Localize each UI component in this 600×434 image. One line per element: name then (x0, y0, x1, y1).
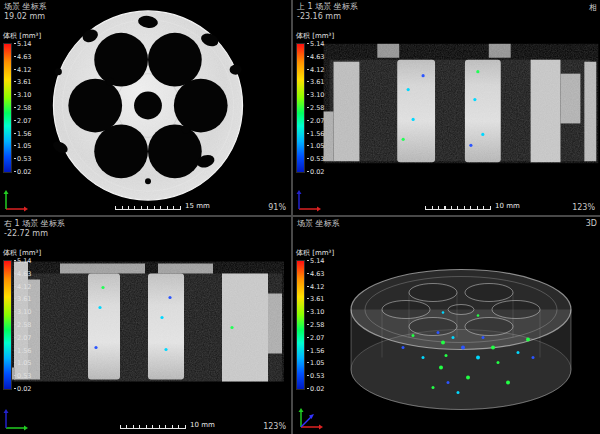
ruler-ticks (120, 424, 186, 429)
ct-inspection-app: 场景 坐标系 19.02 mm 体积 [mm³] 5.144.634.123.6… (0, 0, 600, 434)
colorbar-gradient[interactable] (3, 43, 12, 173)
colorbar-ticks: 5.144.634.123.613.102.582.071.561.050.53… (14, 258, 31, 392)
view-label: 上 1 场景 坐标系 (297, 2, 358, 12)
colorbar-tick-label: 5.14 (14, 41, 31, 47)
colorbar-tick-label: 5.14 (14, 258, 31, 264)
colorbar-gradient[interactable] (296, 260, 305, 390)
colorbar-tick-label: 3.61 (307, 296, 324, 302)
colorbar-tick-label: 1.05 (14, 143, 31, 149)
scale-ruler: 10 mm (120, 421, 215, 429)
volume-colorbar: 体积 [mm³] 5.144.634.123.613.102.582.071.5… (3, 31, 41, 175)
ruler-ticks (115, 205, 181, 210)
colorbar-tick-label: 4.12 (307, 67, 324, 73)
scale-ruler: 10 mm (425, 202, 520, 210)
axis-triad-icon (2, 408, 28, 432)
colorbar-tick-label: 1.56 (307, 131, 324, 137)
ruler-label: 10 mm (495, 202, 520, 210)
colorbar-tick-label: 3.10 (307, 309, 324, 315)
viewport-header: 上 1 场景 坐标系 -23.16 mm (297, 2, 358, 22)
colorbar-tick-label: 2.07 (307, 118, 324, 124)
colorbar-gradient[interactable] (296, 43, 305, 173)
volume-colorbar: 体积 [mm³] 5.144.634.123.613.102.582.071.5… (3, 248, 41, 392)
colorbar-tick-label: 1.56 (14, 131, 31, 137)
viewport-top-right: 上 1 场景 坐标系 -23.16 mm 相 体积 [mm³] 5.144.63… (293, 0, 600, 215)
colorbar-tick-label: 5.14 (307, 258, 324, 264)
colorbar-tick-label: 3.10 (14, 309, 31, 315)
zoom-level: 123% (572, 203, 595, 212)
viewport-header: 右 1 场景 坐标系 -22.72 mm (4, 219, 65, 239)
colorbar-tick-label: 4.63 (14, 271, 31, 277)
colorbar-tick-label: 4.12 (307, 284, 324, 290)
colorbar-tick-label: 0.02 (14, 169, 31, 175)
viewport-header: 场景 坐标系 (297, 219, 340, 229)
colorbar-tick-label: 2.58 (307, 322, 324, 328)
volume-colorbar: 体积 [mm³] 5.144.634.123.613.102.582.071.5… (296, 31, 334, 175)
axial-slice-image[interactable] (0, 0, 291, 215)
zoom-level: 91% (268, 203, 286, 212)
colorbar-tick-label: 3.10 (307, 92, 324, 98)
colorbar-ticks: 5.144.634.123.613.102.582.071.561.050.53… (307, 41, 324, 175)
colorbar-tick-label: 0.02 (14, 386, 31, 392)
slice-position: 19.02 mm (4, 12, 47, 22)
colorbar-tick-label: 3.10 (14, 92, 31, 98)
volume-colorbar: 体积 [mm³] 5.144.634.123.613.102.582.071.5… (296, 248, 334, 392)
colorbar-tick-label: 0.53 (307, 373, 324, 379)
colorbar-tick-label: 1.05 (307, 360, 324, 366)
colorbar-tick-label: 1.05 (14, 360, 31, 366)
colorbar-tick-label: 3.61 (14, 79, 31, 85)
colorbar-tick-label: 4.63 (14, 54, 31, 60)
colorbar-tick-label: 0.02 (307, 386, 324, 392)
ruler-label: 10 mm (190, 421, 215, 429)
slice-position: -23.16 mm (297, 12, 358, 22)
viewport-bottom-left: 右 1 场景 坐标系 -22.72 mm 体积 [mm³] 5.144.634.… (0, 217, 291, 434)
colorbar-tick-label: 2.58 (307, 105, 324, 111)
corner-label: 相 (589, 2, 597, 13)
viewport-header: 场景 坐标系 19.02 mm (4, 2, 47, 22)
ruler-ticks (425, 205, 491, 210)
colorbar-gradient[interactable] (3, 260, 12, 390)
colorbar-tick-label: 2.07 (14, 335, 31, 341)
slice-position: -22.72 mm (4, 229, 65, 239)
viewport-top-left: 场景 坐标系 19.02 mm 体积 [mm³] 5.144.634.123.6… (0, 0, 291, 215)
colorbar-tick-label: 4.63 (307, 54, 324, 60)
zoom-level: 123% (263, 422, 286, 431)
colorbar-tick-label: 1.56 (307, 348, 324, 354)
colorbar-tick-label: 5.14 (307, 41, 324, 47)
colorbar-tick-label: 3.61 (307, 79, 324, 85)
colorbar-tick-label: 4.12 (14, 284, 31, 290)
colorbar-tick-label: 0.53 (307, 156, 324, 162)
colorbar-tick-label: 2.58 (14, 322, 31, 328)
view-mode-label: 3D (586, 219, 597, 228)
axis-triad-icon (2, 189, 28, 213)
axis-triad-3d-icon (295, 406, 323, 432)
colorbar-ticks: 5.144.634.123.613.102.582.071.561.050.53… (307, 258, 324, 392)
colorbar-tick-label: 0.53 (14, 373, 31, 379)
colorbar-tick-label: 0.02 (307, 169, 324, 175)
colorbar-tick-label: 1.56 (14, 348, 31, 354)
scale-ruler: 15 mm (115, 202, 210, 210)
colorbar-tick-label: 2.07 (307, 335, 324, 341)
colorbar-ticks: 5.144.634.123.613.102.582.071.561.050.53… (14, 41, 31, 175)
view-label: 场景 坐标系 (4, 2, 47, 12)
viewport-3d: 场景 坐标系 3D 体积 [mm³] 5.144.634.123.613.102… (293, 217, 600, 434)
colorbar-tick-label: 0.53 (14, 156, 31, 162)
ruler-label: 15 mm (185, 202, 210, 210)
view-label: 场景 坐标系 (297, 219, 340, 229)
colorbar-tick-label: 2.07 (14, 118, 31, 124)
front-slice-image[interactable] (293, 0, 600, 215)
colorbar-tick-label: 4.12 (14, 67, 31, 73)
axis-triad-icon (295, 189, 321, 213)
side-slice-image[interactable] (0, 217, 291, 434)
colorbar-tick-label: 1.05 (307, 143, 324, 149)
colorbar-tick-label: 3.61 (14, 296, 31, 302)
3d-render-image[interactable] (293, 217, 600, 434)
colorbar-tick-label: 4.63 (307, 271, 324, 277)
view-label: 右 1 场景 坐标系 (4, 219, 65, 229)
colorbar-tick-label: 2.58 (14, 105, 31, 111)
